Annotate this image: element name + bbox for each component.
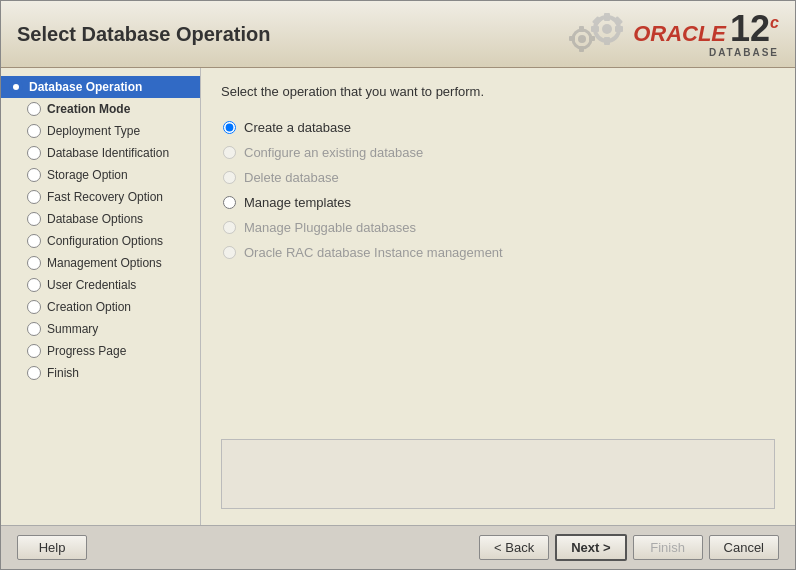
step-circle-creation-mode	[27, 102, 41, 116]
sidebar-item-storage-option[interactable]: Storage Option	[1, 164, 200, 186]
sidebar-item-database-identification[interactable]: Database Identification	[1, 142, 200, 164]
svg-rect-12	[569, 36, 575, 41]
radio-option-oracle-rac[interactable]: Oracle RAC database Instance management	[221, 240, 775, 265]
radio-option-configure-existing[interactable]: Configure an existing database	[221, 140, 775, 165]
cancel-button[interactable]: Cancel	[709, 535, 779, 560]
sidebar-label-database-options: Database Options	[47, 212, 143, 226]
help-info-box	[221, 439, 775, 509]
sidebar-label-storage-option: Storage Option	[47, 168, 128, 182]
sidebar-item-summary[interactable]: Summary	[1, 318, 200, 340]
radio-label-manage-pluggable: Manage Pluggable databases	[244, 220, 416, 235]
sidebar-label-creation-mode: Creation Mode	[47, 102, 130, 116]
oracle-brand-text: ORACLE	[633, 21, 726, 47]
step-circle-db-op	[9, 80, 23, 94]
svg-point-1	[602, 24, 612, 34]
step-circle-mgmt	[27, 256, 41, 270]
step-circle-summary	[27, 322, 41, 336]
footer: Help < Back Next > Finish Cancel	[1, 525, 795, 569]
sidebar-label-database-operation: Database Operation	[29, 80, 142, 94]
sidebar: Database Operation Creation Mode Deploym…	[1, 68, 201, 525]
radio-create-db[interactable]	[223, 121, 236, 134]
page-title: Select Database Operation	[17, 23, 270, 46]
sidebar-item-fast-recovery[interactable]: Fast Recovery Option	[1, 186, 200, 208]
sidebar-item-creation-mode[interactable]: Creation Mode	[1, 98, 200, 120]
step-circle-creation-opt	[27, 300, 41, 314]
svg-rect-4	[591, 26, 599, 32]
step-circle-config	[27, 234, 41, 248]
radio-configure-existing[interactable]	[223, 146, 236, 159]
step-circle-deployment-type	[27, 124, 41, 138]
radio-delete-db[interactable]	[223, 171, 236, 184]
sidebar-label-configuration-options: Configuration Options	[47, 234, 163, 248]
sidebar-item-management-options[interactable]: Management Options	[1, 252, 200, 274]
sidebar-label-fast-recovery: Fast Recovery Option	[47, 190, 163, 204]
header: Select Database Operation	[1, 1, 795, 68]
radio-label-configure-existing: Configure an existing database	[244, 145, 423, 160]
radio-label-create-db: Create a database	[244, 120, 351, 135]
sidebar-label-user-credentials: User Credentials	[47, 278, 136, 292]
sidebar-item-user-credentials[interactable]: User Credentials	[1, 274, 200, 296]
sidebar-label-deployment-type: Deployment Type	[47, 124, 140, 138]
radio-option-create-db[interactable]: Create a database	[221, 115, 775, 140]
sidebar-item-configuration-options[interactable]: Configuration Options	[1, 230, 200, 252]
sidebar-item-database-operation[interactable]: Database Operation	[1, 76, 200, 98]
sidebar-item-database-options[interactable]: Database Options	[1, 208, 200, 230]
finish-button[interactable]: Finish	[633, 535, 703, 560]
sidebar-label-summary: Summary	[47, 322, 98, 336]
sidebar-label-progress-page: Progress Page	[47, 344, 126, 358]
sidebar-item-creation-option[interactable]: Creation Option	[1, 296, 200, 318]
svg-rect-2	[604, 13, 610, 21]
footer-left: Help	[17, 535, 87, 560]
svg-rect-5	[615, 26, 623, 32]
oracle-version: 12c	[730, 11, 779, 47]
radio-option-manage-pluggable[interactable]: Manage Pluggable databases	[221, 215, 775, 240]
sidebar-label-database-identification: Database Identification	[47, 146, 169, 160]
radio-option-manage-templates[interactable]: Manage templates	[221, 190, 775, 215]
step-circle-progress	[27, 344, 41, 358]
step-circle-db-options	[27, 212, 41, 226]
next-button[interactable]: Next >	[555, 534, 626, 561]
oracle-logo: ORACLE 12c DATABASE	[633, 11, 779, 58]
step-circle-fast-recovery	[27, 190, 41, 204]
back-button[interactable]: < Back	[479, 535, 549, 560]
help-button[interactable]: Help	[17, 535, 87, 560]
svg-rect-3	[604, 37, 610, 45]
svg-point-14	[13, 84, 19, 90]
footer-right: < Back Next > Finish Cancel	[479, 534, 779, 561]
gear-icon	[557, 9, 627, 59]
step-circle-user-cred	[27, 278, 41, 292]
right-panel: Select the operation that you want to pe…	[201, 68, 795, 525]
sidebar-item-progress-page[interactable]: Progress Page	[1, 340, 200, 362]
sidebar-label-creation-option: Creation Option	[47, 300, 131, 314]
radio-manage-templates[interactable]	[223, 196, 236, 209]
step-circle-storage	[27, 168, 41, 182]
radio-label-oracle-rac: Oracle RAC database Instance management	[244, 245, 503, 260]
radio-option-delete-db[interactable]: Delete database	[221, 165, 775, 190]
radio-label-delete-db: Delete database	[244, 170, 339, 185]
sidebar-item-finish[interactable]: Finish	[1, 362, 200, 384]
main-window: Select Database Operation	[0, 0, 796, 570]
radio-manage-pluggable[interactable]	[223, 221, 236, 234]
svg-rect-13	[589, 36, 595, 41]
step-circle-finish	[27, 366, 41, 380]
options-area: Create a database Configure an existing …	[221, 115, 775, 265]
sidebar-label-finish: Finish	[47, 366, 79, 380]
main-content: Database Operation Creation Mode Deploym…	[1, 68, 795, 525]
radio-label-manage-templates: Manage templates	[244, 195, 351, 210]
oracle-sub-text: DATABASE	[709, 47, 779, 58]
instruction-text: Select the operation that you want to pe…	[221, 84, 775, 99]
svg-rect-10	[579, 26, 584, 32]
sidebar-item-deployment-type[interactable]: Deployment Type	[1, 120, 200, 142]
step-circle-db-id	[27, 146, 41, 160]
radio-oracle-rac[interactable]	[223, 246, 236, 259]
sidebar-label-management-options: Management Options	[47, 256, 162, 270]
svg-point-9	[578, 35, 586, 43]
svg-rect-11	[579, 46, 584, 52]
